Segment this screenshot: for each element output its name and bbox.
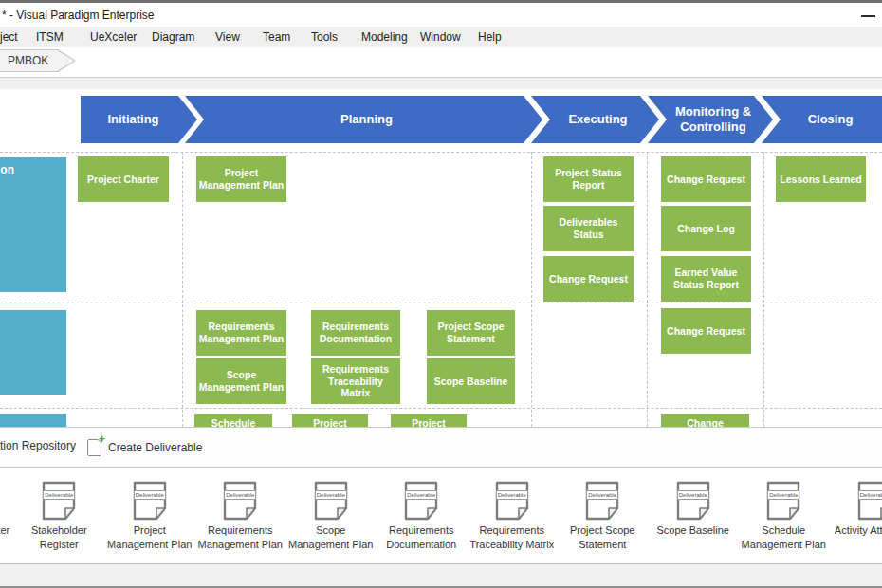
grid-vline (763, 152, 764, 427)
deliverable-box-project[interactable]: Project (391, 414, 467, 427)
deliverable-box-requirements-documentation[interactable]: Requirements Documentation (311, 310, 400, 356)
menu-item-window[interactable]: Window (420, 27, 461, 47)
repository-item-requirements-management-plan[interactable]: DeliverableRequirements Management Plan (195, 481, 286, 552)
phase-planning[interactable]: Planning (185, 96, 542, 143)
phase-label: Executing (568, 112, 627, 127)
repository-item-project-management-plan[interactable]: DeliverableProject Management Plan (104, 481, 195, 552)
menu-item-diagram[interactable]: Diagram (152, 27, 194, 47)
phase-label: Monitoring & Controlling (665, 104, 762, 136)
knowledge-area-header[interactable] (0, 310, 66, 395)
deliverable-box-schedule[interactable]: Schedule (194, 414, 272, 427)
repository-item-label: Requirements Documentation (377, 524, 467, 552)
deliverable-stereotype-label: Deliverable (677, 490, 709, 500)
repository-item-label: Project Management Plan (104, 524, 194, 552)
phase-label: Initiating (107, 112, 158, 127)
deliverable-document-icon: Deliverable (495, 481, 529, 521)
repository-item-scope-baseline[interactable]: DeliverableScope Baseline (648, 481, 739, 552)
minimize-icon (861, 15, 875, 17)
repository-panel-header: tion Repository + Create Deliverable (0, 428, 882, 468)
deliverable-stereotype-label: Deliverable (586, 490, 618, 500)
title-bar[interactable]: * - Visual Paradigm Enterprise (0, 3, 882, 27)
menu-item-uexceler[interactable]: UeXceler (90, 27, 137, 47)
deliverable-document-icon: Deliverable (585, 481, 619, 521)
phase-executing[interactable]: Executing (531, 96, 659, 143)
phase-initiating[interactable]: Initiating (81, 96, 197, 143)
grid-vline (182, 152, 183, 427)
diagram-tab-bar: PMBOK (0, 47, 882, 78)
phase-closing[interactable]: Closing (762, 96, 882, 143)
deliverable-box-requirements-traceability-matrix[interactable]: Requirements Traceability Matrix (311, 358, 400, 404)
repository-item-list: DeliverableProject CharterDeliverableSta… (0, 469, 882, 563)
plus-icon: + (99, 434, 105, 444)
deliverable-box-requirements-management-plan[interactable]: Requirements Management Plan (196, 310, 286, 356)
deliverable-stereotype-label: Deliverable (315, 490, 347, 500)
deliverable-box-project[interactable]: Project (292, 414, 368, 427)
repository-item-label: Project Scope Statement (558, 524, 648, 552)
deliverable-box-project-charter[interactable]: Project Charter (78, 156, 169, 202)
deliverable-stereotype-label: Deliverable (134, 490, 166, 500)
repository-item-label: Requirements Traceability Matrix (467, 524, 557, 552)
create-deliverable-button[interactable]: + Create Deliverable (82, 435, 208, 460)
menu-item-itsm[interactable]: ITSM (36, 27, 64, 47)
canvas-top-band (0, 78, 882, 89)
pmbok-diagram-canvas[interactable]: InitiatingPlanningExecutingMonitoring & … (0, 89, 882, 427)
deliverable-document-icon: Deliverable (766, 481, 800, 521)
repository-item-project-scope-statement[interactable]: DeliverableProject Scope Statement (558, 481, 649, 552)
minimize-button[interactable] (856, 9, 879, 24)
deliverable-document-icon: Deliverable (857, 481, 882, 521)
deliverable-box-scope-management-plan[interactable]: Scope Management Plan (196, 358, 286, 404)
deliverable-box-project-status-report[interactable]: Project Status Report (543, 156, 634, 202)
deliverable-box-change-request[interactable]: Change Request (661, 156, 751, 202)
menu-item-view[interactable]: View (215, 27, 240, 47)
menu-item-tools[interactable]: Tools (311, 27, 338, 47)
repository-item-requirements-traceability-matrix[interactable]: DeliverableRequirements Traceability Mat… (467, 481, 558, 552)
deliverable-row: DeliverableProject CharterDeliverableSta… (0, 481, 882, 552)
grid-vline (647, 152, 648, 427)
deliverable-box-deliverables-status[interactable]: Deliverables Status (543, 206, 634, 251)
deliverable-stereotype-label: Deliverable (767, 490, 799, 500)
create-deliverable-label: Create Deliverable (108, 441, 202, 454)
phase-label: Planning (340, 112, 393, 127)
repository-panel: tion Repository + Create Deliverable Del… (0, 427, 882, 588)
deliverable-box-change-log[interactable]: Change Log (661, 206, 751, 251)
new-document-icon: + (87, 439, 101, 456)
menu-item-modeling[interactable]: Modeling (361, 27, 408, 47)
repository-item-label: Scope Baseline (648, 524, 738, 538)
knowledge-area-header[interactable]: tion (0, 157, 66, 292)
phase-monitoring-controlling[interactable]: Monitoring & Controlling (648, 96, 773, 143)
repository-item-label: Scope Management Plan (285, 524, 376, 552)
repository-item-activity-attributes[interactable]: DeliverableActivity Attributes (829, 481, 882, 552)
knowledge-area-header[interactable] (0, 414, 66, 427)
repository-item-label: Schedule Management Plan (739, 524, 829, 552)
menu-item-team[interactable]: Team (263, 27, 290, 47)
deliverable-box-lessons-learned[interactable]: Lessons Learned (776, 156, 866, 202)
deliverable-document-icon: Deliverable (133, 481, 167, 521)
deliverable-stereotype-label: Deliverable (224, 490, 256, 500)
repository-item-label: Project Charter (0, 524, 13, 538)
repository-panel-title: tion Repository (0, 439, 76, 452)
grid-hline (0, 152, 882, 153)
repository-item-schedule-management-plan[interactable]: DeliverableSchedule Management Plan (739, 481, 830, 552)
deliverable-stereotype-label: Deliverable (405, 490, 437, 500)
deliverable-box-change[interactable]: Change (661, 414, 749, 427)
deliverable-document-icon: Deliverable (676, 481, 710, 521)
status-bar (0, 563, 882, 588)
repository-item-stakeholder-register[interactable]: DeliverableStakeholder Register (14, 481, 105, 552)
application-window: * - Visual Paradigm Enterprise jectITSMU… (0, 0, 882, 588)
deliverable-document-icon: Deliverable (404, 481, 438, 521)
repository-item-scope-management-plan[interactable]: DeliverableScope Management Plan (285, 481, 377, 552)
menu-item-help[interactable]: Help (478, 27, 502, 47)
deliverable-document-icon: Deliverable (314, 481, 348, 521)
grid-vline (531, 152, 532, 427)
deliverable-box-change-request[interactable]: Change Request (543, 256, 634, 302)
menu-item-ject[interactable]: ject (0, 27, 18, 47)
deliverable-box-project-management-plan[interactable]: Project Management Plan (196, 156, 286, 202)
deliverable-box-scope-baseline[interactable]: Scope Baseline (427, 358, 515, 404)
deliverable-document-icon: Deliverable (223, 481, 257, 521)
deliverable-box-earned-value-status-report[interactable]: Earned Value Status Report (661, 256, 751, 302)
repository-item-label: Requirements Management Plan (195, 524, 285, 552)
repository-item-project-charter[interactable]: DeliverableProject Charter (0, 481, 14, 552)
deliverable-box-project-scope-statement[interactable]: Project Scope Statement (427, 310, 515, 356)
repository-item-requirements-documentation[interactable]: DeliverableRequirements Documentation (377, 481, 468, 552)
deliverable-box-change-request[interactable]: Change Request (661, 308, 751, 354)
